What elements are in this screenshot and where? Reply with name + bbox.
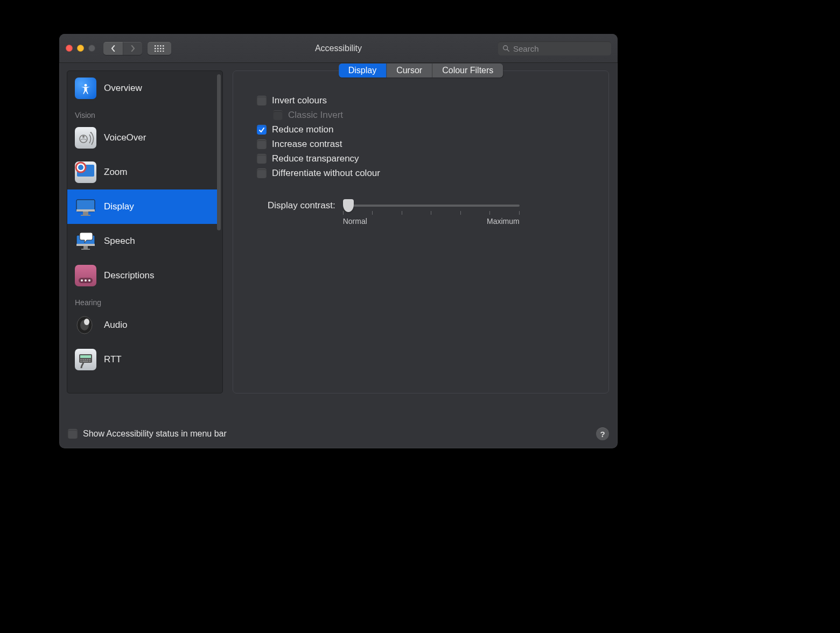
svg-point-30 <box>81 279 83 282</box>
display-icon <box>75 196 96 217</box>
svg-rect-11 <box>163 51 164 52</box>
sidebar-group-hearing: Hearing <box>67 293 217 308</box>
svg-rect-3 <box>163 45 164 47</box>
display-options: Invert colours Classic Invert Reduce mot… <box>246 71 596 226</box>
svg-rect-45 <box>89 361 90 362</box>
zoom-window-button[interactable] <box>88 45 95 52</box>
sidebar-item-voiceover[interactable]: ● VoiceOver <box>67 121 217 155</box>
search-input[interactable] <box>513 44 607 53</box>
sidebar-item-display[interactable]: Display <box>67 189 217 224</box>
audio-icon <box>75 314 96 336</box>
checkbox-box <box>68 429 78 439</box>
sidebar-item-descriptions[interactable]: Descriptions <box>67 258 217 293</box>
rtt-icon <box>75 349 96 370</box>
svg-text:●: ● <box>90 131 92 134</box>
sidebar-item-label: Overview <box>104 83 142 94</box>
sidebar-item-label: Audio <box>104 320 127 330</box>
slider-max-label: Maximum <box>487 217 520 226</box>
show-all-prefs-button[interactable] <box>148 42 171 55</box>
checkbox-show-status-menubar[interactable]: Show Accessibility status in menu bar <box>68 429 227 439</box>
svg-rect-38 <box>80 359 82 360</box>
checkbox-label: Increase contrast <box>272 139 342 150</box>
help-button[interactable]: ? <box>596 427 609 440</box>
checkbox-reduce-transparency[interactable]: Reduce transparency <box>257 153 596 164</box>
svg-rect-2 <box>160 45 162 47</box>
svg-rect-5 <box>157 48 159 50</box>
traffic-lights <box>66 45 95 52</box>
svg-rect-41 <box>87 359 88 360</box>
search-field[interactable] <box>498 41 611 55</box>
svg-point-32 <box>88 279 90 282</box>
minimize-window-button[interactable] <box>77 45 84 52</box>
tab-colour-filters[interactable]: Colour Filters <box>432 64 503 78</box>
sidebar-item-audio[interactable]: Audio <box>67 308 217 342</box>
svg-rect-43 <box>80 361 82 362</box>
display-contrast-slider[interactable] <box>343 205 520 207</box>
sidebar-item-label: RTT <box>104 354 122 365</box>
slider-min-label: Normal <box>343 217 367 226</box>
svg-rect-28 <box>81 249 90 250</box>
svg-rect-0 <box>155 45 156 47</box>
sidebar-item-rtt[interactable]: RTT <box>67 342 217 377</box>
svg-point-14 <box>85 84 87 87</box>
speech-icon <box>75 230 96 252</box>
sidebar-item-label: Display <box>104 201 134 212</box>
checkbox-label: Reduce motion <box>272 124 333 135</box>
sidebar-scrollbar[interactable] <box>217 74 221 230</box>
checkbox-differentiate-without-colour[interactable]: Differentiate without colour <box>257 168 596 179</box>
sidebar-item-label: Speech <box>104 236 135 247</box>
svg-rect-10 <box>160 51 162 52</box>
sidebar-item-label: Zoom <box>104 167 127 178</box>
back-button[interactable] <box>103 42 123 55</box>
checkbox-box <box>257 125 267 135</box>
tab-cursor[interactable]: Cursor <box>387 64 432 78</box>
checkbox-classic-invert: Classic Invert <box>273 110 596 121</box>
checkbox-box <box>257 96 267 105</box>
svg-point-20 <box>78 165 83 170</box>
checkbox-label: Classic Invert <box>288 110 343 121</box>
checkbox-box <box>257 168 267 178</box>
svg-rect-7 <box>163 48 164 50</box>
checkbox-box <box>273 110 283 120</box>
checkbox-label: Show Accessibility status in menu bar <box>83 429 227 439</box>
sidebar-item-label: Descriptions <box>104 270 155 281</box>
svg-rect-26 <box>76 244 95 246</box>
sidebar-item-zoom[interactable]: Zoom <box>67 155 217 189</box>
slider-thumb[interactable] <box>343 199 354 212</box>
zoom-icon <box>75 161 96 183</box>
voiceover-icon: ● <box>75 127 96 149</box>
svg-point-35 <box>84 319 89 325</box>
svg-rect-42 <box>89 359 90 360</box>
svg-rect-27 <box>83 246 88 249</box>
checkbox-label: Reduce transparency <box>272 153 359 164</box>
checkbox-reduce-motion[interactable]: Reduce motion <box>257 124 596 135</box>
svg-rect-22 <box>76 209 95 212</box>
checkbox-label: Invert colours <box>272 95 327 106</box>
sidebar-item-label: VoiceOver <box>104 132 146 143</box>
main-panel: Display Cursor Colour Filters Invert col… <box>233 71 609 393</box>
sidebar-group-vision: Vision <box>67 105 217 121</box>
sidebar-item-speech[interactable]: Speech <box>67 224 217 258</box>
close-window-button[interactable] <box>66 45 73 52</box>
checkbox-invert-colours[interactable]: Invert colours <box>257 95 596 106</box>
svg-rect-6 <box>160 48 162 50</box>
search-icon <box>502 45 510 52</box>
accessibility-icon <box>75 78 96 99</box>
descriptions-icon <box>75 265 96 286</box>
sidebar[interactable]: Overview Vision ● VoiceOver Zoom <box>67 71 223 393</box>
checkbox-increase-contrast[interactable]: Increase contrast <box>257 139 596 150</box>
window-footer: Show Accessibility status in menu bar ? <box>59 419 618 448</box>
window-body: Overview Vision ● VoiceOver Zoom <box>59 63 618 419</box>
tab-display[interactable]: Display <box>339 64 387 78</box>
svg-rect-4 <box>155 48 156 50</box>
svg-rect-39 <box>82 359 84 360</box>
accessibility-window: Accessibility Overview Vision <box>59 34 618 448</box>
display-contrast-row: Display contrast: Normal Maximum <box>268 199 596 226</box>
svg-rect-40 <box>85 359 86 360</box>
sidebar-item-overview[interactable]: Overview <box>67 71 217 105</box>
svg-rect-1 <box>157 45 159 47</box>
check-icon <box>258 127 265 133</box>
svg-rect-24 <box>81 215 90 216</box>
forward-button[interactable] <box>123 42 142 55</box>
svg-rect-37 <box>80 355 91 358</box>
